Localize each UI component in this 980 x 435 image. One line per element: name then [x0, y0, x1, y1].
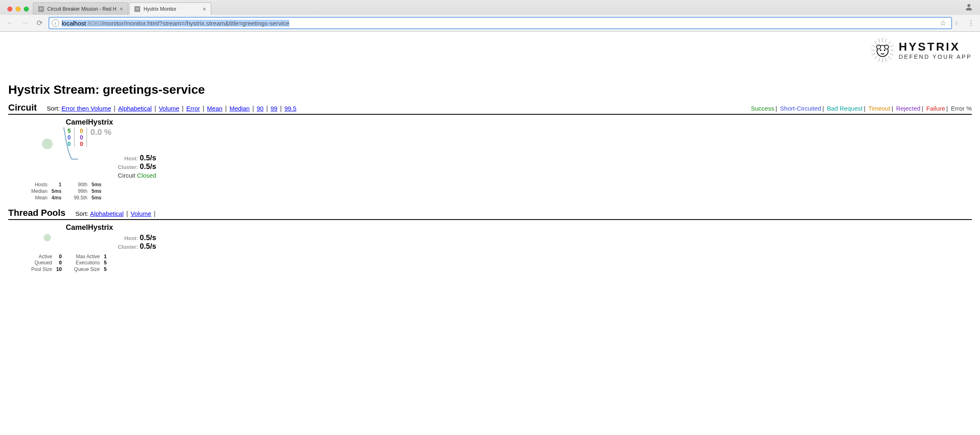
hystrix-logo: HYSTRIX DEFEND YOUR APP [870, 37, 972, 63]
stat-90th-label: 90th [72, 182, 89, 188]
svg-line-15 [885, 58, 887, 61]
svg-line-3 [885, 39, 887, 43]
info-icon[interactable]: i [52, 19, 59, 27]
svg-point-0 [967, 4, 970, 7]
sort-alphabetical[interactable]: Alphabetical [118, 105, 152, 112]
svg-point-20 [885, 45, 889, 49]
extension-icon[interactable]: ⦀ [955, 20, 963, 27]
threadpool-name: CamelHystrix [66, 223, 156, 232]
host-rate-label: Host: [125, 155, 138, 162]
svg-line-12 [872, 53, 876, 55]
svg-line-8 [872, 45, 876, 47]
sort-mean[interactable]: Mean [207, 105, 223, 112]
address-bar[interactable]: i localhost:8080/monitor/monitor.html?st… [49, 17, 952, 29]
circuit-status-label: Circuit [118, 172, 136, 179]
threadpool-title: Thread Pools [8, 208, 65, 218]
threadpool-graph [8, 223, 66, 273]
legend-failure: Failure [926, 105, 945, 112]
sort-volume[interactable]: Volume [159, 105, 179, 112]
tp-executions-value: 5 [102, 260, 109, 266]
health-circle-icon [42, 139, 53, 149]
logo-subtitle: DEFEND YOUR APP [899, 53, 972, 60]
svg-line-6 [875, 42, 877, 44]
host-rate-value: 0.5/s [140, 154, 156, 162]
favicon-icon: H [134, 6, 140, 12]
tp-executions-label: Executions [72, 260, 102, 266]
toolbar: ← → ⟳ i localhost:8080/monitor/monitor.h… [0, 15, 980, 31]
sort-error[interactable]: Error [186, 105, 200, 112]
legend-bad-request: Bad Request [827, 105, 863, 112]
circuit-title: Circuit [8, 102, 37, 113]
sort-995[interactable]: 99.5 [284, 105, 296, 112]
window-controls [4, 7, 33, 15]
circuit-status-value: Closed [137, 172, 156, 179]
tab-active[interactable]: H Hystrix Monitor × [129, 2, 211, 15]
close-icon[interactable]: × [203, 6, 206, 12]
svg-point-21 [880, 49, 881, 51]
maximize-window-button[interactable] [24, 7, 29, 12]
tp-cluster-rate-label: Cluster: [118, 244, 138, 250]
profile-icon[interactable] [964, 2, 973, 12]
url-text: localhost:8080/monitor/monitor.html?stre… [62, 20, 289, 27]
svg-point-19 [877, 45, 881, 49]
svg-line-5 [888, 42, 891, 44]
legend-error-pct: Error % [951, 105, 972, 112]
tp-queuesize-label: Queue Size [72, 267, 102, 273]
tp-queuesize-value: 5 [102, 267, 109, 273]
sort-90[interactable]: 90 [257, 105, 263, 112]
svg-line-13 [888, 56, 891, 59]
sort-volume[interactable]: Volume [131, 210, 151, 217]
sort-99[interactable]: 99 [270, 105, 277, 112]
tp-cluster-rate-value: 0.5/s [140, 242, 156, 250]
stat-99th-value: 5ms [90, 189, 103, 194]
legend-short-circuited: Short-Circuited [780, 105, 821, 112]
tp-host-rate-label: Host: [125, 235, 138, 241]
sort-label: Sort: [47, 105, 60, 112]
close-icon[interactable]: × [120, 6, 123, 12]
cluster-rate-value: 0.5/s [140, 162, 156, 171]
cluster-rate-label: Cluster: [118, 164, 138, 170]
favicon-icon: H [38, 6, 44, 12]
minimize-window-button[interactable] [16, 7, 21, 12]
tp-maxactive-label: Max Active [72, 254, 102, 260]
circuit-legend: Success| Short-Circuited| Bad Request| T… [751, 105, 972, 112]
reload-button[interactable]: ⟳ [34, 17, 45, 29]
svg-line-4 [879, 39, 880, 43]
page-title: Hystrix Stream: greetings-service [8, 83, 972, 97]
bookmark-icon[interactable]: ☆ [940, 19, 946, 28]
sparkline-icon [62, 125, 86, 162]
tab-inactive[interactable]: H Circuit Breaker Mission - Red H × [33, 2, 128, 15]
legend-rejected: Rejected [896, 105, 920, 112]
circuit-sort-links: Error then Volume | Alphabetical | Volum… [61, 105, 296, 112]
threadpool-card: CamelHystrix Host: 0.5/s Cluster: 0.5/s … [8, 223, 156, 273]
svg-line-14 [875, 56, 877, 59]
error-percentage: 0.0 % [90, 127, 111, 137]
tab-bar: H Circuit Breaker Mission - Red H × H Hy… [0, 0, 980, 15]
svg-point-22 [884, 49, 885, 51]
close-window-button[interactable] [7, 7, 12, 12]
svg-line-7 [890, 45, 893, 47]
forward-button[interactable]: → [19, 17, 30, 29]
back-button[interactable]: ← [4, 17, 16, 29]
legend-timeout: Timeout [868, 105, 890, 112]
logo-title: HYSTRIX [899, 40, 972, 53]
tp-maxactive-value: 1 [102, 254, 109, 260]
tab-title: Hystrix Monitor [143, 6, 199, 12]
browser-chrome: H Circuit Breaker Mission - Red H × H Hy… [0, 0, 980, 32]
menu-icon[interactable]: ⋮ [966, 19, 976, 27]
stat-90th-value: 5ms [90, 182, 103, 188]
sort-label: Sort: [75, 210, 88, 217]
tp-host-rate-value: 0.5/s [140, 234, 156, 242]
stat-995th-label: 99.5th [72, 195, 89, 201]
circuit-section-header: Circuit Sort: Error then Volume | Alphab… [8, 102, 972, 115]
sort-alphabetical[interactable]: Alphabetical [90, 210, 124, 217]
sort-error-then-volume[interactable]: Error then Volume [61, 105, 111, 112]
svg-line-16 [879, 58, 880, 61]
sort-median[interactable]: Median [229, 105, 250, 112]
health-circle-icon [44, 234, 51, 241]
circuit-graph [8, 118, 66, 202]
circuit-card: CamelHystrix 5 0 0 0 0 0 0.0 [8, 118, 156, 202]
stat-995th-value: 5ms [90, 195, 103, 201]
threadpool-sort-links: Alphabetical | Volume | [90, 210, 156, 218]
page-content: HYSTRIX DEFEND YOUR APP Hystrix Stream: … [0, 32, 980, 290]
